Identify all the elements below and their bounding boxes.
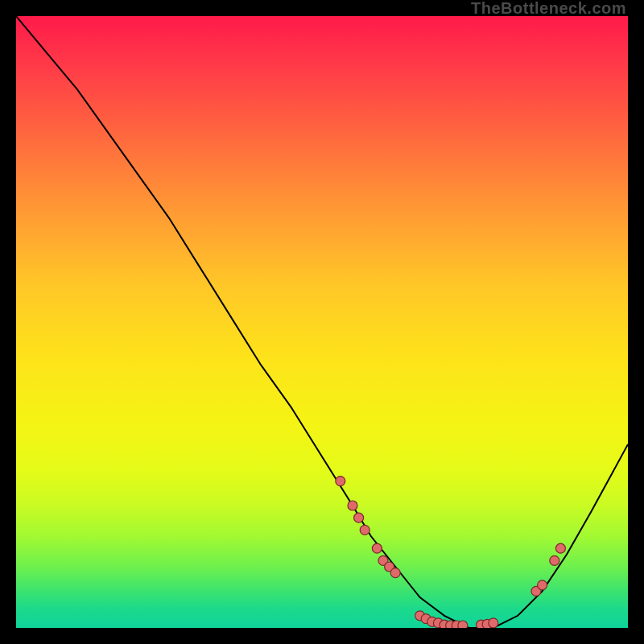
- chart-overlay: [16, 16, 628, 628]
- data-point: [354, 513, 364, 522]
- data-point: [489, 618, 498, 628]
- data-point: [390, 568, 400, 578]
- data-point: [458, 621, 468, 628]
- marker-layer: [336, 477, 566, 628]
- chart-frame: TheBottleneck.com: [0, 0, 644, 644]
- bottleneck-curve: [16, 16, 628, 628]
- data-point: [336, 477, 345, 486]
- data-point: [550, 555, 559, 565]
- data-point: [538, 580, 547, 590]
- data-point: [348, 501, 357, 510]
- watermark: TheBottleneck.com: [471, 0, 626, 16]
- data-point: [555, 543, 565, 553]
- data-point: [360, 525, 369, 535]
- data-point: [372, 543, 382, 553]
